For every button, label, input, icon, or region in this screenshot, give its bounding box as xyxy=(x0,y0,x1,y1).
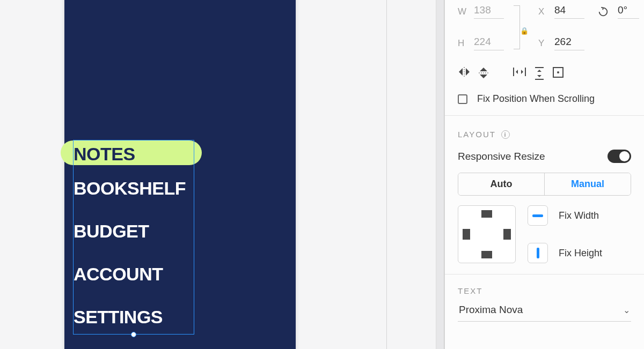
text-section: TEXT Proxima Nova ⌄ xyxy=(445,274,644,332)
responsive-resize-label: Responsive Resize xyxy=(458,151,545,162)
h-value[interactable]: 224 xyxy=(474,36,504,50)
flip-horizontal-button[interactable] xyxy=(458,66,471,80)
fix-height-row[interactable]: Fix Height xyxy=(528,243,602,263)
font-family-select[interactable]: Proxima Nova ⌄ xyxy=(458,302,631,322)
fix-width-row[interactable]: Fix Width xyxy=(528,205,602,226)
layout-section: LAYOUT i Responsive Resize Auto Manual F… xyxy=(445,116,644,274)
width-field[interactable]: W 138 xyxy=(458,4,504,19)
font-name: Proxima Nova xyxy=(459,304,523,316)
rotation-field[interactable]: 0° xyxy=(597,4,639,19)
resize-mode-segmented[interactable]: Auto Manual xyxy=(458,173,631,196)
constraint-top[interactable] xyxy=(481,210,492,218)
fix-position-label: Fix Position When Scrolling xyxy=(477,93,595,105)
text-header: TEXT xyxy=(458,286,482,295)
resize-vertical-button[interactable] xyxy=(534,66,545,80)
fix-width-label: Fix Width xyxy=(559,210,599,221)
chevron-down-icon: ⌄ xyxy=(623,305,630,315)
ruler-guide xyxy=(386,0,387,349)
selection-handle-bottom[interactable] xyxy=(131,332,136,337)
constraint-bottom[interactable] xyxy=(481,251,492,258)
h-label: H xyxy=(458,38,467,49)
x-field[interactable]: X 84 xyxy=(538,4,584,19)
fix-position-checkbox-row[interactable]: Fix Position When Scrolling xyxy=(458,93,631,105)
y-value[interactable]: 262 xyxy=(554,36,584,50)
selection-outline[interactable] xyxy=(74,140,194,334)
height-field[interactable]: H 224 xyxy=(458,36,504,50)
checkbox-icon[interactable] xyxy=(458,94,467,104)
x-value[interactable]: 84 xyxy=(554,4,584,19)
layout-header: LAYOUT xyxy=(458,130,496,139)
responsive-resize-toggle[interactable] xyxy=(608,150,631,163)
constraint-left[interactable] xyxy=(463,229,470,240)
constraints-control[interactable] xyxy=(458,205,516,263)
fix-height-label: Fix Height xyxy=(559,248,602,259)
resize-manual-tab[interactable]: Manual xyxy=(545,173,631,195)
fix-width-icon[interactable] xyxy=(528,205,548,226)
info-icon[interactable]: i xyxy=(501,130,510,139)
constraint-right[interactable] xyxy=(503,229,511,240)
flip-vertical-button[interactable] xyxy=(478,66,489,80)
lock-bracket xyxy=(514,5,520,49)
y-label: Y xyxy=(538,38,548,49)
resize-horizontal-button[interactable] xyxy=(513,66,526,80)
w-value[interactable]: 138 xyxy=(474,4,504,19)
fix-height-icon[interactable] xyxy=(528,243,548,263)
svg-point-7 xyxy=(557,71,559,73)
resize-auto-tab[interactable]: Auto xyxy=(458,173,545,195)
position-section: W 138 H 224 🔒 X 84 Y xyxy=(445,0,644,116)
inspector-panel: W 138 H 224 🔒 X 84 Y xyxy=(444,0,644,349)
x-label: X xyxy=(538,6,548,17)
rotation-value[interactable]: 0° xyxy=(618,4,639,19)
w-label: W xyxy=(458,6,467,17)
y-field[interactable]: Y 262 xyxy=(538,36,584,50)
design-canvas[interactable]: NOTES BOOKSHELF BUDGET ACCOUNT SETTINGS xyxy=(0,0,444,349)
resize-fit-button[interactable] xyxy=(552,66,564,80)
rotate-icon xyxy=(597,6,609,18)
lock-icon[interactable]: 🔒 xyxy=(520,27,525,35)
